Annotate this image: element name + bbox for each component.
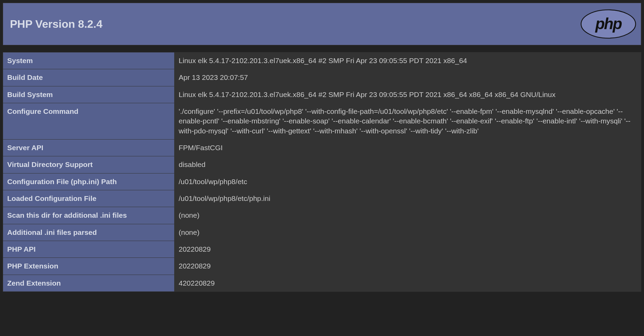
table-row: Configure Command'./configure' '--prefix…	[3, 103, 641, 140]
table-row: Server APIFPM/FastCGI	[3, 140, 641, 156]
page-title: PHP Version 8.2.4	[7, 18, 103, 31]
table-row-label: Configure Command	[3, 103, 175, 140]
table-row-label: Scan this dir for additional .ini files	[3, 207, 175, 224]
table-row: PHP API20220829	[3, 241, 641, 258]
table-row: Configuration File (php.ini) Path/u01/to…	[3, 173, 641, 190]
table-row-value: /u01/tool/wp/php8/etc	[175, 173, 641, 190]
table-row-label: Virtual Directory Support	[3, 156, 175, 173]
table-row-value: Linux elk 5.4.17-2102.201.3.el7uek.x86_6…	[175, 86, 641, 103]
table-row: Virtual Directory Supportdisabled	[3, 156, 641, 173]
table-row: PHP Extension20220829	[3, 258, 641, 275]
table-row-value: Apr 13 2023 20:07:57	[175, 69, 641, 86]
info-table: SystemLinux elk 5.4.17-2102.201.3.el7uek…	[3, 52, 641, 292]
table-row-value: './configure' '--prefix=/u01/tool/wp/php…	[175, 103, 641, 140]
table-row: Zend Extension420220829	[3, 275, 641, 291]
table-row-value: /u01/tool/wp/php8/etc/php.ini	[175, 190, 641, 207]
table-row-value: 420220829	[175, 275, 641, 291]
table-row-label: Server API	[3, 140, 175, 156]
table-row-value: (none)	[175, 224, 641, 241]
table-row: Scan this dir for additional .ini files(…	[3, 207, 641, 224]
table-row: Additional .ini files parsed(none)	[3, 224, 641, 241]
table-row: SystemLinux elk 5.4.17-2102.201.3.el7uek…	[3, 52, 641, 69]
page-header: PHP Version 8.2.4 php	[3, 3, 641, 45]
table-row: Build DateApr 13 2023 20:07:57	[3, 69, 641, 86]
svg-text:php: php	[595, 15, 622, 33]
table-row-value: disabled	[175, 156, 641, 173]
table-row-value: (none)	[175, 207, 641, 224]
table-row-value: 20220829	[175, 241, 641, 258]
table-row-label: Additional .ini files parsed	[3, 224, 175, 241]
table-row-value: FPM/FastCGI	[175, 140, 641, 156]
table-row: Loaded Configuration File/u01/tool/wp/ph…	[3, 190, 641, 207]
table-row-label: Build Date	[3, 69, 175, 86]
table-row-label: Loaded Configuration File	[3, 190, 175, 207]
table-row-label: PHP Extension	[3, 258, 175, 275]
table-row-label: Zend Extension	[3, 275, 175, 291]
table-row: Build SystemLinux elk 5.4.17-2102.201.3.…	[3, 86, 641, 103]
table-row-label: PHP API	[3, 241, 175, 258]
php-logo-icon: php	[580, 9, 637, 39]
table-row-label: Configuration File (php.ini) Path	[3, 173, 175, 190]
table-row-value: 20220829	[175, 258, 641, 275]
table-row-value: Linux elk 5.4.17-2102.201.3.el7uek.x86_6…	[175, 52, 641, 69]
table-row-label: Build System	[3, 86, 175, 103]
table-row-label: System	[3, 52, 175, 69]
